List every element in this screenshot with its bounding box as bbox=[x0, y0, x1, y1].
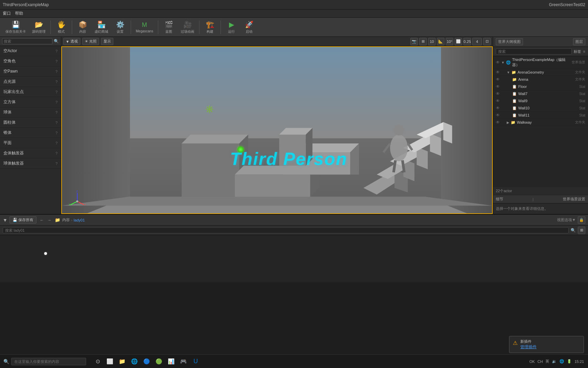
left-item-box-trigger[interactable]: 盒体触发器 ? bbox=[0, 148, 61, 158]
viewport-perspective-btn[interactable]: ▼ 透视 bbox=[63, 38, 80, 45]
tree-item-walkway[interactable]: 👁 ▶ 📁 Walkway 文件夹 bbox=[493, 119, 588, 126]
taskbar-network[interactable]: 🌐 bbox=[559, 359, 564, 364]
left-item-cylinder[interactable]: 圆柱体 ? bbox=[0, 118, 61, 128]
eye-icon-4[interactable]: 👁 bbox=[496, 98, 500, 103]
tree-item-wall7[interactable]: 👁 📋 Wall7 Stat bbox=[493, 90, 588, 97]
taskbar-volume[interactable]: 🔉 bbox=[552, 359, 557, 364]
eye-icon-5[interactable]: 👁 bbox=[496, 106, 500, 110]
toolbar-source[interactable]: 📂 源码管理 bbox=[29, 19, 48, 35]
left-item-sphere[interactable]: 球体 ? bbox=[0, 107, 61, 118]
cb-search-btn[interactable]: 🔍 bbox=[571, 228, 576, 233]
vp-lod-btn[interactable]: 4 bbox=[472, 38, 482, 45]
cb-filter-btn[interactable]: ⊞ bbox=[578, 227, 585, 234]
vp-grid-value[interactable]: 10 bbox=[428, 38, 436, 45]
eye-icon-root[interactable]: 👁 bbox=[496, 60, 500, 65]
taskbar-lang[interactable]: 英 bbox=[545, 359, 549, 364]
taskbar-ch[interactable]: CH bbox=[538, 359, 543, 364]
notification-link[interactable]: 管理插件 bbox=[520, 344, 537, 350]
left-item-player-spawn[interactable]: 玩家出生点 ? bbox=[0, 87, 61, 97]
taskbar-task-view[interactable]: ⬜ bbox=[104, 356, 115, 367]
menu-help[interactable]: 帮助 bbox=[15, 11, 23, 16]
toolbar-mode[interactable]: 🖐️ 模式 bbox=[53, 19, 70, 35]
eye-icon-1[interactable]: 👁 bbox=[496, 77, 500, 82]
taskbar-explorer[interactable]: 📁 bbox=[117, 356, 128, 367]
cb-bread-content[interactable]: 内容 bbox=[62, 217, 70, 223]
taskbar-battery[interactable]: 🔋 bbox=[567, 359, 572, 364]
vp-scale-btn[interactable]: ⬜ bbox=[455, 38, 462, 45]
tree-item-arena-geometry[interactable]: 👁 ▼ 📁 ArenaGeometry 文件夹 bbox=[493, 69, 588, 76]
details-content: 选择一个对象来查看详细信息。 bbox=[493, 203, 588, 214]
eye-icon-2[interactable]: 👁 bbox=[496, 84, 500, 89]
toolbar-settings[interactable]: ⚙️ 设置 bbox=[112, 19, 129, 35]
tree-root[interactable]: 👁 ▼ 🌐 ThirdPersonExampleMap（编辑器） 世界场景 bbox=[493, 56, 588, 69]
cb-collapse-btn[interactable]: ▼ bbox=[3, 217, 7, 223]
eye-icon-6[interactable]: 👁 bbox=[496, 113, 500, 118]
left-item-cube[interactable]: 立方体 ? bbox=[0, 97, 61, 107]
outliner-search-input[interactable] bbox=[496, 48, 572, 55]
toolbar-cinematics[interactable]: 🎥 过场动画 bbox=[178, 19, 197, 35]
viewport-show-btn[interactable]: 显示 bbox=[101, 38, 113, 45]
cb-nav-back[interactable]: ← bbox=[38, 217, 45, 223]
toolbar-content[interactable]: 📦 内容 bbox=[74, 19, 91, 35]
eye-icon-3[interactable]: 👁 bbox=[496, 91, 500, 96]
world-settings-label[interactable]: 世界场景设置 bbox=[563, 197, 585, 202]
left-item-point-light[interactable]: 点光源 ? bbox=[0, 77, 61, 87]
toolbar-play[interactable]: ▶ 运行 bbox=[223, 19, 240, 35]
left-item-empty-character[interactable]: 空角色 ? bbox=[0, 56, 61, 66]
vp-camera-btn[interactable]: 📷 bbox=[410, 38, 418, 45]
eye-icon-7[interactable]: 👁 bbox=[496, 120, 500, 125]
cb-lock-btn[interactable]: 🔒 bbox=[578, 216, 585, 224]
left-item-empty-pawn[interactable]: 空Pawn ? bbox=[0, 66, 61, 77]
left-search-input[interactable] bbox=[2, 38, 52, 44]
vp-restore-btn[interactable]: ⊡ bbox=[483, 38, 491, 45]
taskbar-chrome[interactable]: 🔵 bbox=[141, 356, 152, 367]
toolbar-megascans[interactable]: M Megascans bbox=[133, 20, 156, 34]
taskbar-cortana[interactable]: ⊙ bbox=[92, 356, 103, 367]
taskbar-search-input[interactable] bbox=[11, 358, 86, 365]
cb-nav-forward[interactable]: → bbox=[46, 217, 53, 223]
marketplace-label: 虚幻商城 bbox=[95, 29, 108, 34]
taskbar-app1[interactable]: 🟢 bbox=[153, 356, 164, 367]
left-item-empty-actor[interactable]: 空Actor ? bbox=[0, 46, 61, 56]
cb-save-all-btn[interactable]: 💾 保存所有 bbox=[10, 216, 36, 224]
tree-item-floor[interactable]: 👁 📋 Floor Stat bbox=[493, 83, 588, 90]
world-outliner-tab[interactable]: 世界大纲视图 bbox=[496, 38, 523, 45]
cb-bread-lady01[interactable]: lady01 bbox=[74, 218, 85, 222]
tree-name-1: Arena bbox=[518, 77, 575, 81]
toolbar-launch[interactable]: 🚀 启动 bbox=[241, 19, 258, 35]
left-item-sphere-trigger[interactable]: 球体触发器 ? bbox=[0, 158, 61, 169]
layers-tab[interactable]: 图层 bbox=[573, 38, 585, 45]
tree-icon-wall11: 📋 bbox=[512, 113, 517, 118]
cb-view-options-btn[interactable]: 视图选项▼ bbox=[557, 217, 576, 223]
vp-angle-value[interactable]: 10° bbox=[446, 38, 453, 45]
viewport-lighting-btn[interactable]: ☀ 光照 bbox=[82, 38, 99, 45]
tree-item-wall9[interactable]: 👁 📋 Wall9 Stat bbox=[493, 97, 588, 105]
vp-scale-value[interactable]: 0.25 bbox=[463, 38, 471, 45]
taskbar-browser1[interactable]: 🌐 bbox=[129, 356, 140, 367]
details-label[interactable]: 细节 bbox=[496, 197, 503, 202]
toolbar-save[interactable]: 💾 保存当前关卡 bbox=[3, 19, 29, 35]
left-search-button[interactable]: 🔍 bbox=[54, 39, 59, 44]
cb-content-area[interactable] bbox=[0, 235, 588, 282]
tree-item-wall10[interactable]: 👁 📋 Wall10 Stat bbox=[493, 105, 588, 112]
save-icon: 💾 bbox=[12, 20, 20, 29]
viewport-canvas[interactable]: ✳️ Third Person X Y Z bbox=[61, 46, 493, 214]
toolbar-blueprint[interactable]: 🎬 蓝图 bbox=[160, 19, 177, 35]
taskbar-app2[interactable]: 📊 bbox=[166, 356, 177, 367]
toolbar-marketplace[interactable]: 🏪 虚幻商城 bbox=[92, 19, 111, 35]
taskbar-app3[interactable]: 🎮 bbox=[178, 356, 189, 367]
outliner-settings-btn[interactable]: ≡ bbox=[583, 49, 585, 53]
left-item-cone[interactable]: 锥体 ? bbox=[0, 128, 61, 138]
menu-window[interactable]: 窗口 bbox=[3, 11, 11, 16]
taskbar-icons: ⊙ ⬜ 📁 🌐 🔵 🟢 📊 🎮 U bbox=[89, 356, 204, 367]
eye-icon-0[interactable]: 👁 bbox=[496, 70, 500, 75]
toolbar-build[interactable]: 🏗️ 构建 bbox=[201, 19, 218, 35]
vp-angle-btn[interactable]: 📐 bbox=[437, 38, 444, 45]
tree-item-wall11[interactable]: 👁 📋 Wall11 Stat bbox=[493, 112, 588, 119]
taskbar-unreal[interactable]: U bbox=[190, 356, 201, 367]
cb-search-input[interactable] bbox=[3, 227, 569, 233]
left-item-plane[interactable]: 平面 ? bbox=[0, 138, 61, 148]
svg-marker-18 bbox=[430, 134, 441, 156]
vp-grid-snap-btn[interactable]: ⊞ bbox=[419, 38, 427, 45]
tree-item-arena[interactable]: 👁 📁 Arena 文件夹 bbox=[493, 76, 588, 83]
